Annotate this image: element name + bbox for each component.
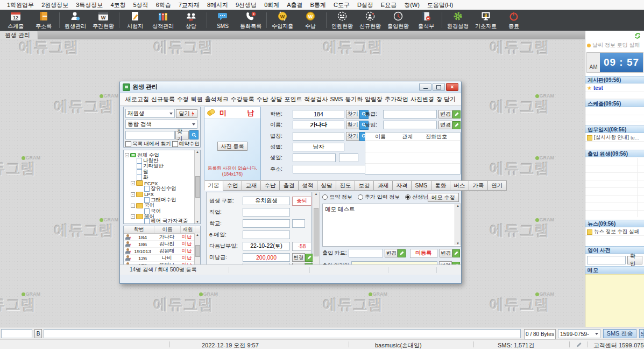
tree-item[interactable]: 헤어 국가자격증 [144, 219, 188, 224]
grade-input[interactable] [383, 110, 437, 118]
find-in-list-checkbox[interactable] [125, 141, 131, 147]
tree-item[interactable]: 장유신수업 [144, 186, 176, 191]
menu-tools[interactable]: C도구 [330, 1, 353, 9]
alias-input[interactable] [293, 132, 344, 141]
change-card-status-button[interactable]: 변경 [440, 249, 452, 257]
reserved-class-checkbox[interactable] [172, 141, 178, 147]
dictionary-confirm-button[interactable]: 확인 [627, 256, 642, 264]
email-input[interactable] [243, 231, 290, 239]
extra-info-radio[interactable] [358, 194, 363, 200]
school-extra-input[interactable] [292, 219, 305, 228]
dialog-titlebar[interactable]: 원생 관리 × [120, 81, 461, 93]
minimize-button[interactable] [419, 83, 431, 91]
toolbar-entry-status-button[interactable]: 출입현황 [384, 10, 412, 31]
next-pay-input[interactable] [243, 242, 290, 250]
pen-icon[interactable] [576, 341, 582, 349]
gender-input[interactable] [293, 143, 344, 151]
sms-send-button[interactable]: SMS 전송 [603, 329, 636, 338]
summary-info-radio[interactable] [322, 194, 328, 200]
student-row[interactable]: ✗126나비미납 [124, 255, 200, 262]
entry-panel-header[interactable]: 출입 원생(09:56) [585, 150, 644, 157]
sms-message-input[interactable] [44, 329, 521, 338]
register-photo-button[interactable]: 사진 등록 [217, 142, 247, 151]
toolbar-exam-paper-button[interactable]: 시험지 [121, 10, 149, 31]
dlg-menu-attendance-check[interactable]: 출석체크 [205, 95, 229, 103]
maximize-button[interactable] [433, 83, 445, 91]
menu-special-info[interactable]: 3특성정보 [72, 1, 107, 9]
dlg-menu-close-window[interactable]: 창 닫기 [436, 95, 456, 103]
dlg-menu-payment[interactable]: 수납 [257, 95, 268, 103]
toolbar-base-data-button[interactable]: 기초자료 [472, 10, 500, 31]
board-item[interactable]: ★ test [585, 85, 644, 92]
category-input[interactable] [243, 197, 290, 205]
worklog-panel-header[interactable]: 업무일지(09:56) [585, 125, 644, 133]
menu-coaching[interactable]: 4코칭 [107, 1, 129, 9]
toolbar-call-log-button[interactable]: 통화목록 [237, 10, 265, 31]
student-row[interactable]: ✗184가나다미납 [124, 234, 200, 241]
menu-accounting[interactable]: 0회계 [260, 1, 283, 9]
toolbar-payment-button[interactable]: W 수납 [296, 10, 324, 31]
sender-number-select[interactable]: 1599-0759- [558, 329, 600, 338]
toolbar-grade-mgmt-button[interactable]: 성적관리 [149, 10, 177, 31]
school-input[interactable] [243, 219, 290, 228]
toolbar-attendance-book-button[interactable]: 출석부 [412, 10, 440, 31]
student-search-input[interactable] [125, 131, 175, 139]
student-id-input[interactable] [293, 110, 344, 118]
change-card-button[interactable]: 변경 [385, 249, 398, 257]
menu-student-info[interactable]: 2원생정보 [38, 1, 72, 9]
toolbar-schedule-button[interactable]: 12 스케줄 [2, 10, 30, 31]
dlg-menu-sync[interactable]: 동기화 [345, 95, 363, 103]
find-name-button[interactable]: 찾기 [346, 121, 359, 129]
pencil-icon[interactable] [305, 254, 313, 262]
birth-input[interactable] [293, 153, 336, 162]
pencil-icon[interactable] [398, 249, 405, 257]
dlg-menu-notice[interactable]: 알림장 [365, 95, 383, 103]
news-panel-header[interactable]: 뉴스(09:56) [585, 220, 644, 227]
refresh-icon[interactable] [634, 32, 641, 40]
menu-teacher[interactable]: 9선생님 [232, 1, 260, 9]
menu-grades[interactable]: 5성적 [130, 1, 152, 9]
unpaid-amount-input[interactable] [243, 253, 290, 262]
find-id-button[interactable]: 찾기 [346, 110, 359, 118]
pencil-icon[interactable] [452, 249, 460, 257]
mdi-tab-student-mgmt[interactable]: 원생 관리 [0, 31, 38, 39]
tab-postpone[interactable]: 연기 [488, 180, 507, 191]
dropout-badge[interactable]: 중퇴 [292, 197, 312, 206]
board-panel-header[interactable]: 게시판(09:56) [585, 76, 644, 83]
toolbar-counsel-button[interactable]: 상담 [177, 10, 205, 31]
toolbar-settings-button[interactable]: 환경설정 [444, 10, 472, 31]
student-row[interactable]: ✗186김나리미납 [124, 241, 200, 248]
menu-window[interactable]: 창(W) [400, 1, 423, 9]
menu-stats[interactable]: B통계 [307, 1, 330, 9]
dlg-menu-points[interactable]: 포인트 [285, 95, 302, 103]
toolbar-new-students-button[interactable]: 신규현황 [356, 10, 384, 31]
worklog-item[interactable]: [실시사항 안내] te... [585, 134, 644, 142]
teacher-memo-radio[interactable] [405, 194, 411, 200]
toolbar-weekly-status-button[interactable]: W 주간현황 [89, 10, 117, 31]
job-input[interactable] [243, 208, 290, 217]
schedule-panel-header[interactable]: 스케줄(09:56) [585, 100, 644, 107]
contact-row[interactable] [365, 141, 460, 152]
toolbar-exit-button[interactable]: 종료 [500, 10, 528, 31]
find-alias-button[interactable]: 찾기 [346, 132, 359, 141]
contact-row[interactable] [365, 152, 460, 164]
entry-card-input[interactable] [349, 249, 383, 257]
dlg-menu-photo-change[interactable]: 사진변경 [411, 95, 434, 103]
student-row[interactable]: ✗191013김원태미납 [124, 248, 200, 255]
change-homeroom-button[interactable]: 변경 [438, 121, 452, 129]
status-filter-select[interactable]: 재원생 [125, 109, 175, 118]
memo-scrollbar[interactable]: ▲▼ [455, 204, 461, 245]
toolbar-headcount-button[interactable]: 인원현황 [328, 10, 356, 31]
pencil-icon[interactable] [452, 121, 461, 129]
tree-item[interactable]: 기타일반 [137, 164, 164, 169]
change-unpaid-button[interactable]: 변경 [292, 253, 305, 262]
dlg-menu-edit[interactable]: 수정 [177, 95, 189, 103]
add-to-list-button[interactable]: 담기 [176, 109, 197, 118]
menu-help[interactable]: 도움말(H) [423, 1, 457, 9]
toolbar-student-mgmt-button[interactable]: 원생관리 [61, 10, 89, 31]
toolbar-income-expense-button[interactable]: W 수입지출 [268, 10, 296, 31]
dlg-menu-new[interactable]: 신규등록 [151, 95, 175, 103]
student-list-vscrollbar[interactable]: ▲▼ [194, 233, 200, 268]
contact-row[interactable] [365, 164, 460, 174]
homeroom-input[interactable] [383, 121, 437, 129]
